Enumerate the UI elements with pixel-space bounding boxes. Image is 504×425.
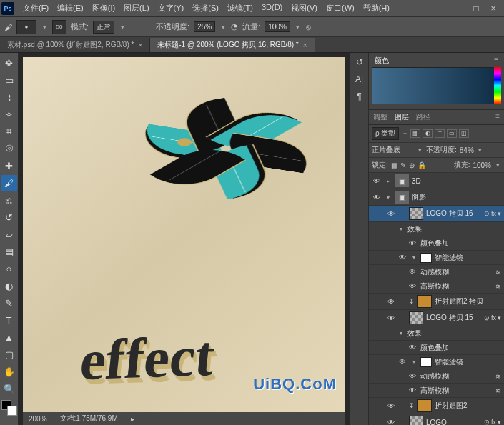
visibility-toggle[interactable]: 👁	[372, 177, 382, 185]
filter-mask-thumb[interactable]	[420, 357, 432, 367]
pressure-opacity-icon[interactable]: ◔	[231, 22, 238, 31]
close-icon[interactable]: ×	[303, 41, 307, 49]
visibility-toggle[interactable]: 👁	[407, 268, 417, 276]
layer-thumb[interactable]	[417, 295, 432, 308]
path-select-tool[interactable]: ▲	[1, 329, 17, 345]
move-tool[interactable]: ✥	[1, 55, 17, 71]
paragraph-icon[interactable]: ¶	[353, 90, 366, 103]
zoom-level[interactable]: 200%	[29, 415, 47, 423]
filter-item[interactable]: 👁动感模糊≋	[369, 265, 504, 279]
maximize-button[interactable]: □	[470, 4, 483, 14]
visibility-toggle[interactable]: 👁	[386, 298, 396, 306]
filter-item[interactable]: 👁高斯模糊≋	[369, 279, 504, 294]
menu-item[interactable]: 3D(D)	[257, 3, 287, 14]
effect-item[interactable]: 👁颜色叠加	[369, 236, 504, 251]
color-picker[interactable]	[372, 67, 501, 104]
smart-filters-row[interactable]: 👁▾智能滤镜	[369, 251, 504, 265]
panel-menu-icon[interactable]: ≡	[494, 56, 498, 66]
chevron-down-icon[interactable]: ÷	[401, 130, 408, 137]
twirl-icon[interactable]: ▾	[385, 194, 392, 201]
hue-slider[interactable]	[494, 67, 501, 104]
filter-adjust-icon[interactable]: ◐	[423, 129, 433, 138]
visibility-toggle[interactable]: 👁	[407, 372, 417, 380]
gradient-tool[interactable]: ▤	[1, 244, 17, 259]
menu-item[interactable]: 文件(F)	[19, 3, 53, 14]
tab-layers[interactable]: 图层	[395, 112, 409, 122]
type-tool[interactable]: T	[1, 312, 17, 328]
filter-options-icon[interactable]: ≋	[495, 373, 501, 380]
crop-tool[interactable]: ⌗	[1, 124, 17, 139]
opacity-input[interactable]: 25%	[194, 21, 215, 32]
chevron-down-icon[interactable]: ▾	[494, 161, 501, 169]
filter-options-icon[interactable]: ≋	[495, 387, 501, 394]
healing-brush-tool[interactable]: ✚	[1, 158, 17, 174]
close-icon[interactable]: ×	[138, 41, 142, 49]
blur-tool[interactable]: ○	[1, 261, 17, 276]
menu-item[interactable]: 窗口(W)	[322, 3, 359, 14]
layer-row[interactable]: 👁↧折射贴图2	[369, 398, 504, 414]
twirl-icon[interactable]: ▾	[410, 359, 417, 365]
link-icon[interactable]: ↧	[409, 402, 415, 409]
hand-tool[interactable]: ✋	[1, 364, 17, 379]
twirl-icon[interactable]: ▸	[385, 178, 392, 184]
dodge-tool[interactable]: ◐	[1, 278, 17, 294]
effect-item[interactable]: 👁颜色叠加	[369, 341, 504, 355]
visibility-toggle[interactable]: 👁	[386, 419, 396, 426]
brush-preset-picker[interactable]: ●	[16, 20, 36, 34]
filter-shape-icon[interactable]: ▭	[447, 129, 457, 138]
status-arrow-icon[interactable]: ▸	[131, 415, 134, 423]
shape-tool[interactable]: ▢	[1, 346, 17, 362]
layer-group[interactable]: 👁▾▣阴影	[369, 189, 504, 206]
background-color[interactable]	[7, 406, 17, 416]
filter-item[interactable]: 👁动感模糊≋	[369, 369, 504, 384]
layer-thumb[interactable]	[417, 399, 432, 412]
fill-input[interactable]: 100%	[473, 161, 491, 169]
marquee-tool[interactable]: ▭	[1, 72, 17, 88]
effects-row[interactable]: ▾效果	[369, 326, 504, 341]
visibility-toggle[interactable]: 👁	[397, 254, 407, 261]
visibility-toggle[interactable]: 👁	[407, 239, 417, 247]
lock-trans-icon[interactable]: ▦	[391, 161, 397, 169]
magic-wand-tool[interactable]: ✧	[1, 106, 17, 122]
visibility-toggle[interactable]: 👁	[386, 402, 396, 410]
layer-row[interactable]: 👁LOGO 拷贝 16⊙ fx ▾	[369, 206, 504, 222]
lasso-tool[interactable]: ⌇	[1, 89, 17, 105]
layer-filter-kind[interactable]: ρ 类型	[372, 127, 399, 140]
menu-item[interactable]: 图像(I)	[88, 3, 119, 14]
filter-item[interactable]: 👁高斯模糊≋	[369, 384, 504, 398]
layer-thumb[interactable]	[409, 311, 423, 324]
blend-mode-select[interactable]: 正常	[93, 21, 114, 34]
layer-row[interactable]: 👁LOGO⊙ fx ▾	[369, 414, 504, 425]
menu-item[interactable]: 选择(S)	[188, 3, 223, 14]
menu-item[interactable]: 文字(Y)	[154, 3, 189, 14]
filter-mask-thumb[interactable]	[420, 253, 432, 263]
fx-badge[interactable]: ⊙ fx ▾	[484, 210, 501, 217]
airbrush-icon[interactable]: ⎋	[306, 23, 311, 31]
menu-item[interactable]: 编辑(E)	[53, 3, 88, 14]
twirl-icon[interactable]: ▾	[410, 254, 417, 261]
menu-item[interactable]: 图层(L)	[119, 3, 153, 14]
lock-pos-icon[interactable]: ⊕	[409, 161, 415, 169]
document-tab[interactable]: 素材.psd @ 100% (折射贴图2, RGB/8) *×	[0, 38, 150, 52]
visibility-toggle[interactable]: 👁	[386, 314, 396, 322]
menu-item[interactable]: 视图(V)	[287, 3, 322, 14]
chevron-down-icon[interactable]: ▾	[477, 146, 484, 154]
close-button[interactable]: ×	[487, 4, 500, 14]
minimize-button[interactable]: –	[453, 4, 465, 14]
layer-row[interactable]: 👁↧折射贴图2 拷贝	[369, 294, 504, 310]
filter-pixel-icon[interactable]: ▦	[410, 129, 420, 138]
canvas[interactable]: effect UiBQ.CoM	[23, 57, 345, 412]
layer-row[interactable]: 👁LOGO 拷贝 15⊙ fx ▾	[369, 310, 504, 326]
filter-options-icon[interactable]: ≋	[495, 269, 501, 276]
tab-paths[interactable]: 路径	[416, 112, 430, 122]
zoom-tool[interactable]: 🔍	[1, 381, 17, 396]
visibility-toggle[interactable]: 👁	[407, 344, 417, 351]
layer-thumb[interactable]	[409, 207, 423, 220]
visibility-toggle[interactable]: 👁	[386, 210, 396, 218]
visibility-toggle[interactable]: 👁	[397, 358, 407, 366]
chevron-down-icon[interactable]: ▾	[41, 24, 48, 31]
eraser-tool[interactable]: ▱	[1, 226, 17, 242]
lock-paint-icon[interactable]: ✎	[400, 161, 406, 169]
layer-blend-mode[interactable]: 正片叠底	[372, 145, 413, 155]
document-tab[interactable]: 未标题-1 @ 200% (LOGO 拷贝 16, RGB/8) *×	[150, 38, 315, 52]
